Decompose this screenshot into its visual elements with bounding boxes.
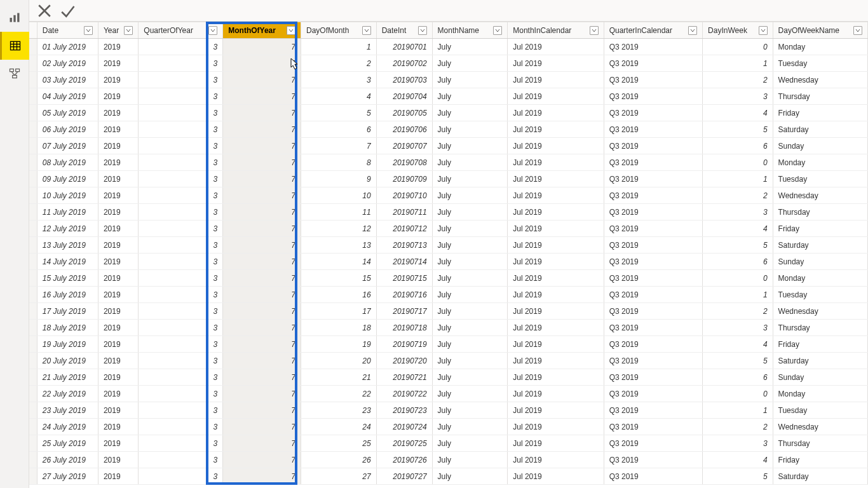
cell-monthname[interactable]: July	[432, 154, 508, 171]
cell-dateint[interactable]: 20190718	[376, 320, 432, 336]
cell-dateint[interactable]: 20190717	[376, 303, 432, 320]
cell-quarterincalendar[interactable]: Q3 2019	[604, 270, 702, 287]
cell-dayofmonth[interactable]: 16	[301, 287, 377, 303]
cell-dayinweek[interactable]: 3	[703, 435, 773, 452]
formula-confirm-button[interactable]	[58, 3, 76, 19]
cell-monthofyear[interactable]: 7	[223, 138, 301, 154]
cell-monthincalendar[interactable]: Jul 2019	[508, 39, 604, 55]
cell-quarterincalendar[interactable]: Q3 2019	[604, 39, 702, 55]
table-row[interactable]: 08 July 2019201937820190708JulyJul 2019Q…	[29, 154, 868, 171]
cell-dayofmonth[interactable]: 3	[301, 72, 377, 88]
cell-monthname[interactable]: July	[432, 320, 508, 336]
cell-dayofmonth[interactable]: 10	[301, 187, 377, 204]
cell-dayofweekname[interactable]: Tuesday	[773, 171, 867, 187]
column-header-quarterincalendar[interactable]: QuarterInCalendar	[604, 22, 702, 39]
cell-dayinweek[interactable]: 1	[703, 402, 773, 419]
cell-dayofmonth[interactable]: 25	[301, 435, 377, 452]
cell-monthofyear[interactable]: 7	[223, 88, 301, 105]
cell-year[interactable]: 2019	[98, 386, 138, 402]
cell-quarterofyear[interactable]: 3	[139, 121, 223, 138]
cell-year[interactable]: 2019	[98, 121, 138, 138]
table-row[interactable]: 17 July 20192019371720190717JulyJul 2019…	[29, 303, 868, 320]
cell-dayofmonth[interactable]: 12	[301, 220, 377, 237]
cell-quarterofyear[interactable]: 3	[139, 369, 223, 386]
cell-monthincalendar[interactable]: Jul 2019	[508, 419, 604, 435]
cell-monthofyear[interactable]: 7	[223, 220, 301, 237]
cell-year[interactable]: 2019	[98, 187, 138, 204]
cell-date[interactable]: 10 July 2019	[37, 187, 98, 204]
cell-date[interactable]: 13 July 2019	[37, 237, 98, 254]
cell-monthname[interactable]: July	[432, 237, 508, 254]
cell-quarterofyear[interactable]: 3	[139, 303, 223, 320]
cell-monthname[interactable]: July	[432, 72, 508, 88]
cell-monthname[interactable]: July	[432, 187, 508, 204]
cell-dayofweekname[interactable]: Thursday	[773, 320, 867, 336]
cell-date[interactable]: 24 July 2019	[37, 419, 98, 435]
cell-year[interactable]: 2019	[98, 287, 138, 303]
column-filter-button[interactable]	[362, 26, 371, 35]
cell-dayinweek[interactable]: 4	[703, 336, 773, 353]
cell-quarterincalendar[interactable]: Q3 2019	[604, 452, 702, 468]
cell-year[interactable]: 2019	[98, 204, 138, 220]
column-filter-button[interactable]	[590, 26, 599, 35]
cell-dayinweek[interactable]: 6	[703, 369, 773, 386]
cell-dayofweekname[interactable]: Thursday	[773, 204, 867, 220]
cell-monthincalendar[interactable]: Jul 2019	[508, 220, 604, 237]
cell-quarterincalendar[interactable]: Q3 2019	[604, 320, 702, 336]
cell-date[interactable]: 03 July 2019	[37, 72, 98, 88]
cell-monthname[interactable]: July	[432, 468, 508, 485]
cell-monthincalendar[interactable]: Jul 2019	[508, 154, 604, 171]
column-filter-button[interactable]	[84, 26, 93, 35]
cell-dayinweek[interactable]: 4	[703, 105, 773, 121]
cell-monthofyear[interactable]: 7	[223, 303, 301, 320]
cell-monthincalendar[interactable]: Jul 2019	[508, 138, 604, 154]
cell-monthincalendar[interactable]: Jul 2019	[508, 435, 604, 452]
cell-year[interactable]: 2019	[98, 254, 138, 270]
cell-monthofyear[interactable]: 7	[223, 171, 301, 187]
cell-year[interactable]: 2019	[98, 220, 138, 237]
cell-monthname[interactable]: July	[432, 419, 508, 435]
cell-dayofmonth[interactable]: 27	[301, 468, 377, 485]
cell-dayofweekname[interactable]: Monday	[773, 270, 867, 287]
cell-monthincalendar[interactable]: Jul 2019	[508, 336, 604, 353]
cell-quarterofyear[interactable]: 3	[139, 336, 223, 353]
cell-monthname[interactable]: July	[432, 353, 508, 369]
cell-monthname[interactable]: July	[432, 171, 508, 187]
cell-monthincalendar[interactable]: Jul 2019	[508, 303, 604, 320]
cell-dayofweekname[interactable]: Saturday	[773, 353, 867, 369]
cell-quarterofyear[interactable]: 3	[139, 138, 223, 154]
cell-quarterofyear[interactable]: 3	[139, 39, 223, 55]
cell-dateint[interactable]: 20190706	[376, 121, 432, 138]
column-filter-button[interactable]	[493, 26, 502, 35]
data-view-button[interactable]	[0, 32, 29, 60]
cell-monthofyear[interactable]: 7	[223, 204, 301, 220]
cell-dayofweekname[interactable]: Monday	[773, 39, 867, 55]
cell-dayofmonth[interactable]: 26	[301, 452, 377, 468]
cell-dayinweek[interactable]: 2	[703, 72, 773, 88]
cell-monthincalendar[interactable]: Jul 2019	[508, 171, 604, 187]
cell-quarterofyear[interactable]: 3	[139, 386, 223, 402]
cell-quarterofyear[interactable]: 3	[139, 105, 223, 121]
table-row[interactable]: 18 July 20192019371820190718JulyJul 2019…	[29, 320, 868, 336]
cell-dayofweekname[interactable]: Wednesday	[773, 72, 867, 88]
cell-dayofmonth[interactable]: 1	[301, 39, 377, 55]
table-row[interactable]: 24 July 20192019372420190724JulyJul 2019…	[29, 419, 868, 435]
column-header-monthincalendar[interactable]: MonthInCalendar	[508, 22, 604, 39]
column-filter-button[interactable]	[688, 26, 697, 35]
cell-quarterincalendar[interactable]: Q3 2019	[604, 204, 702, 220]
cell-dayofweekname[interactable]: Friday	[773, 452, 867, 468]
cell-quarterincalendar[interactable]: Q3 2019	[604, 303, 702, 320]
cell-monthname[interactable]: July	[432, 121, 508, 138]
cell-year[interactable]: 2019	[98, 55, 138, 72]
cell-dateint[interactable]: 20190716	[376, 287, 432, 303]
cell-monthincalendar[interactable]: Jul 2019	[508, 452, 604, 468]
cell-dayofweekname[interactable]: Friday	[773, 220, 867, 237]
cell-dateint[interactable]: 20190703	[376, 72, 432, 88]
cell-dateint[interactable]: 20190710	[376, 187, 432, 204]
cell-monthincalendar[interactable]: Jul 2019	[508, 386, 604, 402]
formula-input[interactable]	[81, 3, 862, 18]
cell-monthofyear[interactable]: 7	[223, 435, 301, 452]
table-row[interactable]: 14 July 20192019371420190714JulyJul 2019…	[29, 254, 868, 270]
cell-quarterincalendar[interactable]: Q3 2019	[604, 468, 702, 485]
cell-date[interactable]: 06 July 2019	[37, 121, 98, 138]
